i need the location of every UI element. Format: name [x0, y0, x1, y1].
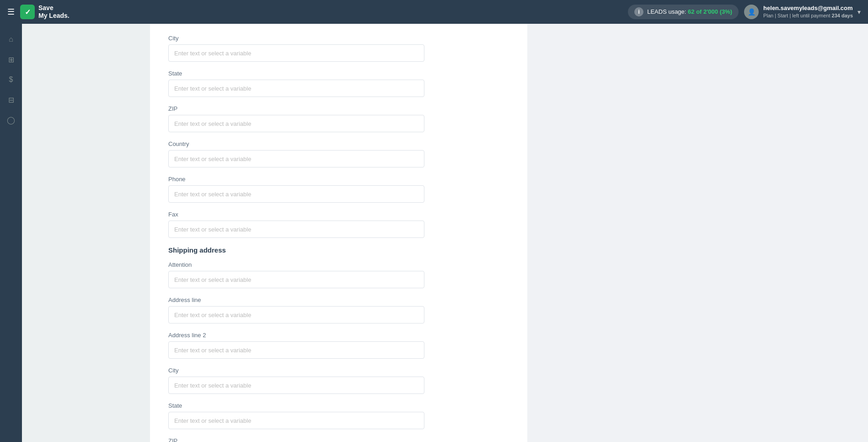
billing-phone-input[interactable]: [168, 185, 424, 203]
billing-zip-input[interactable]: [168, 115, 424, 132]
field-billing-state: State: [168, 70, 509, 97]
shipping-zip-label: ZIP: [168, 437, 509, 442]
hamburger-menu-icon[interactable]: ☰: [7, 7, 15, 17]
field-shipping-city: City: [168, 367, 509, 394]
billing-city-input[interactable]: [168, 44, 424, 62]
user-details: helen.savemyleads@gmail.com Plan | Start…: [763, 4, 853, 20]
user-days: 234 days: [832, 13, 853, 18]
connections-icon: ⊞: [8, 55, 14, 64]
logo-text: Save My Leads.: [38, 4, 70, 20]
shipping-state-label: State: [168, 402, 509, 409]
field-billing-fax: Fax: [168, 211, 509, 238]
billing-state-input[interactable]: [168, 80, 424, 97]
billing-fax-label: Fax: [168, 211, 509, 218]
field-shipping-attention: Attention: [168, 261, 509, 288]
shipping-state-input[interactable]: [168, 412, 424, 429]
field-billing-phone: Phone: [168, 176, 509, 203]
billing-fax-input[interactable]: [168, 221, 424, 238]
user-email: helen.savemyleads@gmail.com: [763, 4, 853, 12]
sidebar-item-billing[interactable]: $: [3, 71, 19, 88]
field-shipping-state: State: [168, 402, 509, 429]
shipping-address-line-label: Address line: [168, 296, 509, 303]
user-plan: Plan | Start | left until payment 234 da…: [763, 12, 853, 19]
shipping-city-input[interactable]: [168, 377, 424, 394]
sidebar: ⌂ ⊞ $ ⊟ ◯: [0, 24, 22, 442]
user-info[interactable]: 👤 helen.savemyleads@gmail.com Plan | Sta…: [744, 4, 861, 20]
person-icon: ◯: [7, 116, 15, 124]
right-panel: [527, 24, 868, 442]
avatar: 👤: [744, 5, 759, 19]
shipping-city-label: City: [168, 367, 509, 374]
billing-phone-label: Phone: [168, 176, 509, 183]
briefcase-icon: ⊟: [8, 96, 14, 104]
field-shipping-zip: ZIP: [168, 437, 509, 442]
leads-usage-badge: i LEADS usage: 62 of 2'000 (3%): [628, 5, 739, 19]
shipping-address-line2-input[interactable]: [168, 341, 424, 359]
home-icon: ⌂: [9, 35, 13, 43]
field-shipping-address-line2: Address line 2: [168, 332, 509, 359]
chevron-down-icon: ▾: [857, 8, 861, 16]
field-billing-zip: ZIP: [168, 105, 509, 132]
left-panel: [22, 24, 150, 442]
shipping-address-line2-label: Address line 2: [168, 332, 509, 339]
info-icon: i: [634, 7, 643, 16]
shipping-attention-input[interactable]: [168, 271, 424, 288]
main-wrapper: City State ZIP Country Phone Fax Shippin…: [22, 24, 868, 442]
sidebar-item-connections[interactable]: ⊞: [3, 51, 19, 68]
header-left: ☰ ✓ Save My Leads.: [7, 4, 70, 20]
logo: ✓ Save My Leads.: [20, 4, 70, 20]
shipping-address-line-input[interactable]: [168, 306, 424, 323]
logo-icon: ✓: [20, 5, 35, 19]
leads-usage-text: LEADS usage: 62 of 2'000 (3%): [647, 8, 732, 15]
leads-count: 62 of 2'000 (3%): [688, 8, 732, 15]
shipping-section-title: Shipping address: [168, 246, 509, 254]
sidebar-item-profile[interactable]: ◯: [3, 112, 19, 128]
billing-country-input[interactable]: [168, 150, 424, 167]
field-billing-city: City: [168, 35, 509, 62]
billing-country-label: Country: [168, 140, 509, 147]
shipping-attention-label: Attention: [168, 261, 509, 268]
content-area: City State ZIP Country Phone Fax Shippin…: [150, 24, 527, 442]
sidebar-item-home[interactable]: ⌂: [3, 31, 19, 48]
billing-state-label: State: [168, 70, 509, 77]
billing-zip-label: ZIP: [168, 105, 509, 112]
field-shipping-address-line: Address line: [168, 296, 509, 323]
billing-city-label: City: [168, 35, 509, 42]
app-header: ☰ ✓ Save My Leads. i LEADS usage: 62 of …: [0, 0, 868, 24]
header-right: i LEADS usage: 62 of 2'000 (3%) 👤 helen.…: [628, 4, 861, 20]
dollar-icon: $: [9, 75, 13, 84]
field-billing-country: Country: [168, 140, 509, 167]
sidebar-item-tasks[interactable]: ⊟: [3, 92, 19, 108]
